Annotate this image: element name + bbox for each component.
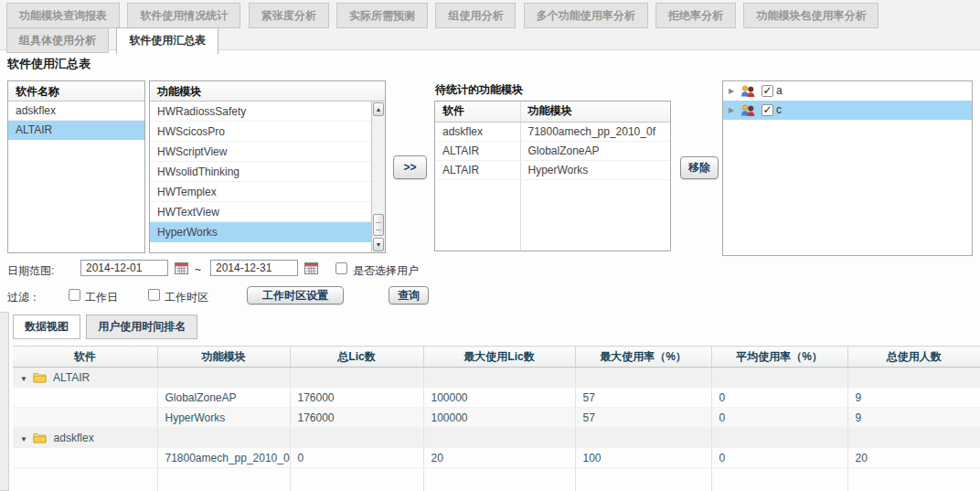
group-icon [740, 104, 755, 116]
pending-cell[interactable]: ALTAIR [435, 141, 520, 160]
calendar-icon[interactable] [304, 262, 318, 274]
pending-cell[interactable]: 71800amech_pp_2010_0f [520, 122, 670, 141]
cell-avg-rate: 0 [711, 408, 847, 428]
select-user-checkbox[interactable] [336, 262, 347, 274]
date-range-label: 日期范围: [7, 263, 54, 279]
module-item-hyperworks[interactable]: HyperWorks [150, 222, 371, 242]
folder-icon [33, 372, 47, 383]
worktime-checkbox[interactable] [148, 289, 160, 301]
tab-row-1: 功能模块查询报表 软件使用情况统计 紧张度分析 实际所需预测 组使用分析 多个功… [2, 3, 879, 28]
pending-col-module[interactable]: 功能模块 [520, 101, 670, 122]
col-max-rate[interactable]: 最大使用率（%） [575, 347, 711, 368]
cell-total-lic: 176000 [290, 408, 423, 428]
tab-rejection-rate-analysis[interactable]: 拒绝率分析 [655, 3, 736, 28]
grid-row[interactable]: 71800amech_pp_2010_0 0 20 100 0 20 [13, 448, 980, 468]
cell-module: HyperWorks [157, 408, 290, 428]
pending-row[interactable]: adskflex 71800amech_pp_2010_0f [435, 122, 670, 141]
module-item[interactable]: HWTemplex [150, 182, 371, 202]
top-tab-bar: 功能模块查询报表 软件使用情况统计 紧张度分析 实际所需预测 组使用分析 多个功… [0, 0, 980, 50]
group-label: ALTAIR [53, 371, 90, 384]
col-module[interactable]: 功能模块 [157, 347, 290, 368]
grid-row[interactable]: GlobalZoneAP 176000 100000 57 0 9 [13, 388, 980, 408]
cell-module: 71800amech_pp_2010_0 [157, 448, 290, 468]
cell-max-lic: 100000 [423, 408, 575, 428]
tab-group-detail-usage-analysis[interactable]: 组具体使用分析 [6, 27, 109, 53]
group-row-adskflex[interactable]: ▼ adskflex [13, 428, 980, 448]
scroll-up-icon[interactable]: ▲ [373, 102, 384, 116]
group-icon [740, 85, 755, 97]
tab-data-view[interactable]: 数据视图 [13, 315, 80, 339]
col-max-lic[interactable]: 最大使用Lic数 [423, 347, 575, 368]
query-button[interactable]: 查询 [389, 286, 429, 304]
cell-users: 9 [847, 408, 980, 428]
software-item-altair[interactable]: ALTAIR [8, 121, 144, 140]
workday-checkbox[interactable] [69, 289, 80, 301]
tree-checkbox-a[interactable]: ✓ [762, 85, 773, 97]
grid-row[interactable]: HyperWorks 176000 100000 57 0 9 [13, 408, 980, 428]
date-range-separator: ~ [195, 263, 201, 276]
pending-row[interactable]: ALTAIR GlobalZoneAP [435, 141, 670, 160]
scroll-thumb[interactable] [373, 214, 384, 236]
grid-empty-area [13, 468, 980, 491]
cell-total-lic: 176000 [290, 388, 423, 408]
expand-arrow-icon[interactable]: ▶ [729, 101, 738, 120]
collapse-arrow-icon[interactable]: ▼ [20, 375, 27, 383]
pending-cell[interactable]: ALTAIR [435, 160, 520, 179]
tab-user-time-ranking[interactable]: 用户使用时间排名 [86, 315, 197, 339]
tab-software-usage-summary[interactable]: 软件使用汇总表 [116, 27, 218, 55]
expand-arrow-icon[interactable]: ▶ [729, 81, 738, 101]
tree-row-c[interactable]: ▶ ✓ c [723, 101, 972, 120]
tab-multi-feature-usage-analysis[interactable]: 多个功能使用率分析 [524, 3, 648, 28]
module-item[interactable]: HWScicosPro [150, 122, 371, 142]
tab-demand-forecast[interactable]: 实际所需预测 [336, 3, 428, 28]
pending-col-software[interactable]: 软件 [435, 101, 520, 122]
timezone-settings-button[interactable]: 工作时区设置 [247, 286, 344, 304]
tree-row-a[interactable]: ▶ ✓ a [723, 81, 972, 101]
pending-modules-panel: 软件 功能模块 adskflex 71800amech_pp_2010_0f A… [434, 101, 671, 251]
col-avg-rate[interactable]: 平均使用率（%） [711, 347, 847, 368]
module-item[interactable]: HWsolidThinking [150, 162, 371, 182]
cell-max-lic: 100000 [423, 388, 575, 408]
pending-row[interactable]: ALTAIR HyperWorks [435, 160, 670, 179]
calendar-icon[interactable] [175, 262, 188, 274]
module-list-scrollbar[interactable]: ▲ ▼ [371, 101, 385, 252]
cell-avg-rate: 0 [711, 448, 847, 468]
tree-label-c: c [776, 101, 782, 120]
module-list-items: HWRadiossSafety HWScicosPro HWScriptView… [150, 101, 371, 252]
cell-max-lic: 20 [423, 448, 575, 468]
group-row-altair[interactable]: ▼ ALTAIR [13, 368, 980, 388]
date-end-input[interactable] [210, 260, 298, 276]
tree-checkbox-c[interactable]: ✓ [762, 104, 773, 116]
page-title: 软件使用汇总表 [7, 56, 91, 72]
software-list-header: 软件名称 [8, 81, 144, 101]
tab-group-usage-analysis[interactable]: 组使用分析 [435, 3, 516, 28]
scroll-down-icon[interactable]: ▼ [373, 238, 384, 251]
col-total-users[interactable]: 总使用人数 [847, 347, 980, 368]
cell-module: GlobalZoneAP [157, 388, 290, 408]
module-item[interactable]: HWTextView [150, 202, 371, 222]
tab-module-package-usage-analysis[interactable]: 功能模块包使用率分析 [743, 3, 879, 28]
pending-cell[interactable]: GlobalZoneAP [520, 141, 670, 160]
software-item-adskflex[interactable]: adskflex [8, 101, 144, 121]
tab-tension-analysis[interactable]: 紧张度分析 [249, 3, 329, 28]
pending-cell[interactable]: adskflex [435, 122, 520, 141]
tab-module-query-report[interactable]: 功能模块查询报表 [6, 3, 120, 28]
cell-max-rate: 100 [575, 448, 711, 468]
pending-empty-area [435, 179, 670, 251]
cell-max-rate: 57 [575, 388, 711, 408]
remove-module-button[interactable]: 移除 [680, 156, 719, 179]
worktime-label: 工作时区 [165, 290, 208, 305]
collapsed-splitter[interactable] [0, 312, 9, 491]
module-item[interactable]: HWRadiossSafety [150, 101, 371, 122]
collapse-arrow-icon[interactable]: ▼ [20, 435, 27, 443]
pending-cell[interactable]: HyperWorks [520, 160, 670, 179]
col-total-lic[interactable]: 总Lic数 [290, 347, 423, 368]
tab-software-usage-stats[interactable]: 软件使用情况统计 [127, 3, 240, 28]
date-start-input[interactable] [80, 260, 168, 276]
col-software[interactable]: 软件 [13, 347, 157, 368]
module-listbox: 功能模块 HWRadiossSafety HWScicosPro HWScrip… [149, 80, 386, 253]
group-label: adskflex [54, 432, 94, 444]
cell-avg-rate: 0 [711, 388, 847, 408]
add-modules-button[interactable]: >> [393, 155, 427, 179]
module-item[interactable]: HWScriptView [150, 142, 371, 162]
